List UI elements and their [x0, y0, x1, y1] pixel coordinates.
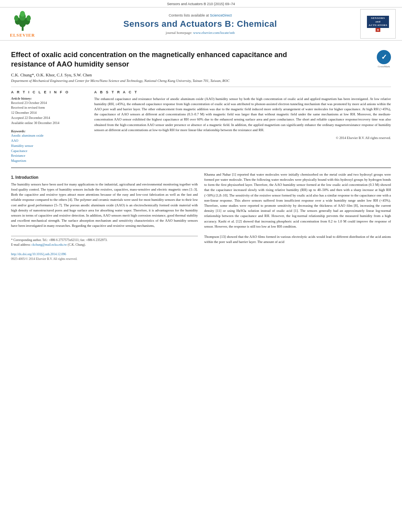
keyword-5: Resistance	[11, 153, 88, 158]
doi-line[interactable]: http://dx.doi.org/10.1016/j.snb.2014.12.…	[11, 252, 198, 257]
journal-title-block: Contents lists available at ScienceDirec…	[40, 13, 360, 35]
available-date: Available online 30 December 2014	[11, 120, 88, 126]
abstract-title: A B S T R A C T	[94, 90, 391, 94]
affiliation-text: Department of Mechanical Engineering and…	[11, 79, 391, 83]
info-abstract-columns: A R T I C L E I N F O Article history: R…	[11, 90, 391, 163]
keyword-4: Capacitance	[11, 148, 88, 154]
section1-title: 1. Introduction	[11, 174, 198, 180]
keyword-3: Humidity sensor	[11, 143, 88, 148]
article-body: 1. Introduction The humidity sensors hav…	[11, 172, 391, 261]
homepage-text: journal homepage:	[166, 31, 192, 35]
issn-line: 0925-4005/© 2014 Elsevier B.V. All right…	[11, 257, 198, 261]
authors-text: C.K. Chung*, O.K. Khor, C.J. Syu, S.W. C…	[11, 72, 92, 77]
revised-date: 12 December 2014	[11, 110, 88, 115]
article-title: Effect of oxalic acid concentration on t…	[11, 50, 318, 69]
article-info-column: A R T I C L E I N F O Article history: R…	[11, 90, 88, 163]
footnote-star: * Corresponding author. Tel.: +886 6 275…	[11, 238, 198, 243]
section1-col1-para: The humidity sensors have been used for …	[11, 182, 198, 229]
sensors-logo-line2: and	[368, 20, 387, 24]
section1-title-text: 1. Introduction	[11, 175, 38, 180]
section1-col2-para2: Thompson [13] showed that the AAO films …	[204, 234, 391, 245]
abstract-text: The enhanced capacitance and resistance …	[94, 96, 391, 133]
history-section: Article history: Received 23 October 201…	[11, 96, 88, 126]
homepage-url[interactable]: www.elsevier.com/locate/snb	[193, 31, 234, 35]
keywords-title: Keywords:	[11, 129, 88, 133]
accepted-date: Accepted 22 December 2014	[11, 115, 88, 120]
keyword-2: AAO	[11, 138, 88, 143]
sensors-logo-box: SENSORS and ACTUATORS B	[360, 9, 396, 39]
elsevier-logo: ELSEVIER	[5, 10, 40, 37]
keyword-6: Magnetism	[11, 158, 88, 163]
email-name: (C.K. Chung).	[68, 243, 86, 247]
crossmark-label: CrossMark	[377, 65, 391, 68]
email-label: E-mail address:	[11, 243, 31, 247]
footnote-area: * Corresponding author. Tel.: +886 6 275…	[11, 236, 198, 261]
received-date: Received 23 October 2014 Received in rev…	[11, 100, 88, 126]
sciencedirect-link[interactable]: ScienceDirect	[210, 13, 232, 17]
svg-point-5	[26, 15, 31, 21]
keywords-section: Keywords: Anodic aluminum oxide AAO Humi…	[11, 129, 88, 163]
section1-col2-para1: Khanna and Nahar [1] reported that water…	[204, 172, 391, 229]
sensors-logo-b: B	[376, 28, 381, 32]
footnote-email-line: E-mail address: ckchung@mail.ncku.edu.tw…	[11, 243, 198, 247]
received-1: Received 23 October 2014	[11, 100, 88, 106]
journal-ref-text: Sensors and Actuators B 210 (2015) 69–74	[167, 2, 235, 6]
elsevier-tree-icon	[12, 10, 34, 32]
title-area: Effect of oxalic acid concentration on t…	[11, 44, 391, 72]
svg-point-4	[14, 15, 18, 21]
keyword-1: Anodic aluminum oxide	[11, 133, 88, 138]
copyright-line: © 2014 Elsevier B.V. All rights reserved…	[94, 136, 391, 140]
received-revised-label: Received in revised form	[11, 105, 88, 110]
history-label: Article history:	[11, 96, 88, 100]
abstract-column: A B S T R A C T The enhanced capacitance…	[94, 90, 391, 163]
journal-title-main: Sensors and Actuators B: Chemical	[44, 19, 356, 29]
article-info-title: A R T I C L E I N F O	[11, 90, 88, 94]
sensors-logo-inner: SENSORS and ACTUATORS	[367, 16, 389, 28]
journal-ref-bar: Sensors and Actuators B 210 (2015) 69–74	[0, 0, 402, 7]
page-container: Sensors and Actuators B 210 (2015) 69–74…	[0, 0, 402, 265]
email-link[interactable]: ckchung@mail.ncku.edu.tw	[32, 243, 67, 247]
article-content: Effect of oxalic acid concentration on t…	[0, 41, 402, 265]
divider-1	[11, 87, 391, 87]
authors-line: C.K. Chung*, O.K. Khor, C.J. Syu, S.W. C…	[11, 72, 391, 77]
divider-bold	[11, 167, 391, 168]
sensors-logo-line3: ACTUATORS	[368, 24, 387, 27]
sensors-logo-line1: SENSORS	[368, 17, 387, 20]
contents-available-text: Contents lists available at ScienceDirec…	[44, 13, 356, 17]
journal-header: ELSEVIER Contents lists available at Sci…	[0, 7, 402, 41]
elsevier-label-text: ELSEVIER	[10, 33, 35, 37]
body-col-left: 1. Introduction The humidity sensors hav…	[11, 172, 198, 261]
body-col-right: Khanna and Nahar [1] reported that water…	[204, 172, 391, 261]
journal-homepage: journal homepage: www.elsevier.com/locat…	[44, 31, 356, 35]
crossmark-area: ✓ CrossMark	[377, 50, 391, 68]
crossmark-icon: ✓	[377, 50, 391, 64]
contents-text: Contents lists available at	[169, 13, 209, 17]
svg-point-7	[20, 11, 25, 17]
